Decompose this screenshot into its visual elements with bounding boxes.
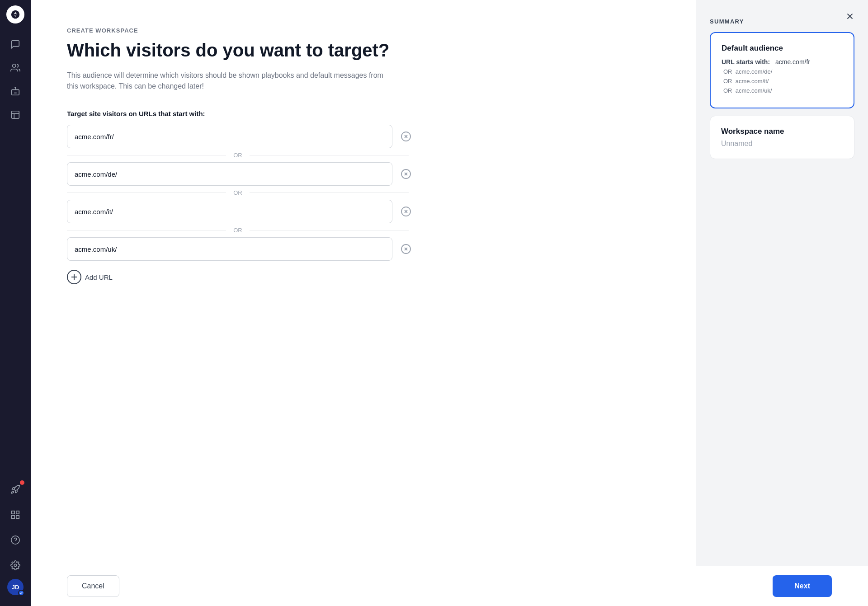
workspace-name-value: Unnamed <box>721 140 843 148</box>
workspace-name-label: Workspace name <box>721 127 843 136</box>
svg-point-0 <box>11 10 19 19</box>
svg-rect-8 <box>16 516 19 518</box>
svg-point-9 <box>11 536 19 544</box>
close-button[interactable] <box>843 9 857 23</box>
avatar[interactable]: JD <box>7 579 24 595</box>
grid-nav-icon[interactable] <box>5 505 25 525</box>
url-row-1 <box>67 125 660 148</box>
content-wrapper: CREATE WORKSPACE Which visitors do you w… <box>31 0 868 566</box>
svg-point-11 <box>14 564 17 567</box>
main-area: CREATE WORKSPACE Which visitors do you w… <box>31 0 868 606</box>
remove-url-2-button[interactable] <box>398 166 414 182</box>
summary-or-2: OR acme.com/it/ <box>722 78 843 85</box>
add-url-button[interactable]: Add URL <box>67 270 113 284</box>
app-logo[interactable] <box>6 5 24 23</box>
cancel-button[interactable]: Cancel <box>67 575 119 597</box>
remove-url-3-button[interactable] <box>398 203 414 220</box>
audience-url-starts-row: URL starts with: acme.com/fr <box>722 58 843 66</box>
url-input-4[interactable] <box>67 237 392 261</box>
avatar-verified-badge <box>18 590 24 596</box>
footer: Cancel Next <box>31 566 868 606</box>
remove-url-4-button[interactable] <box>398 241 414 257</box>
page-description: This audience will determine which visit… <box>67 70 383 92</box>
svg-rect-4 <box>12 111 19 119</box>
summary-or-3: OR acme.com/uk/ <box>722 87 843 94</box>
url-input-2[interactable] <box>67 162 392 186</box>
url-row-3 <box>67 200 660 223</box>
field-label: Target site visitors on URLs that start … <box>67 110 660 117</box>
page-title: Which visitors do you want to target? <box>67 39 660 61</box>
svg-rect-5 <box>12 511 14 514</box>
notification-badge <box>20 480 24 485</box>
or-divider-1: OR <box>67 152 409 159</box>
analytics-nav-icon[interactable] <box>5 105 25 125</box>
contacts-nav-icon[interactable] <box>5 58 25 78</box>
url-row-4 <box>67 237 660 261</box>
sidebar: JD <box>0 0 31 606</box>
svg-rect-6 <box>16 511 19 514</box>
chat-nav-icon[interactable] <box>5 34 25 54</box>
url-input-3[interactable] <box>67 200 392 223</box>
url-input-1[interactable] <box>67 125 392 148</box>
svg-rect-2 <box>12 89 19 95</box>
summary-or-1: OR acme.com/de/ <box>722 68 843 75</box>
rocket-nav-icon[interactable] <box>5 479 25 499</box>
or-line <box>67 155 226 155</box>
workspace-name-summary-card: Workspace name Unnamed <box>710 116 854 159</box>
url-row-2 <box>67 162 660 186</box>
next-button[interactable]: Next <box>773 575 832 597</box>
remove-url-1-button[interactable] <box>398 128 414 145</box>
form-section: CREATE WORKSPACE Which visitors do you w… <box>31 0 696 566</box>
or-line <box>250 193 409 193</box>
settings-nav-icon[interactable] <box>5 555 25 575</box>
or-line <box>250 230 409 230</box>
right-panel: SUMMARY Default audience URL starts with… <box>696 0 868 566</box>
audience-card-title: Default audience <box>722 44 843 53</box>
sidebar-bottom: JD <box>5 478 25 601</box>
or-divider-2: OR <box>67 189 409 196</box>
or-line <box>250 155 409 155</box>
url-starts-value: acme.com/fr <box>775 58 810 66</box>
svg-rect-7 <box>12 516 14 518</box>
create-workspace-label: CREATE WORKSPACE <box>67 27 660 34</box>
or-divider-3: OR <box>67 227 409 234</box>
or-line <box>67 230 226 230</box>
summary-label: SUMMARY <box>710 18 854 25</box>
audience-summary-card: Default audience URL starts with: acme.c… <box>710 32 854 108</box>
add-url-circle-icon <box>67 270 81 284</box>
url-starts-label: URL starts with: <box>722 58 770 66</box>
help-nav-icon[interactable] <box>5 530 25 550</box>
svg-point-1 <box>13 64 16 67</box>
or-line <box>67 193 226 193</box>
bot-nav-icon[interactable] <box>5 81 25 101</box>
